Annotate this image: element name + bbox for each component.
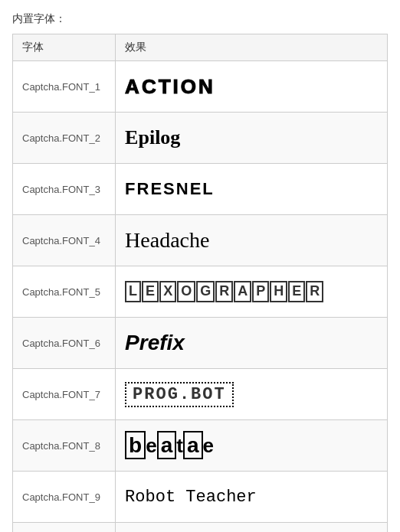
table-row: Captcha.FONT_10SCANDAL <box>13 523 388 533</box>
font-preview-cell: SCANDAL <box>116 523 388 533</box>
font-name-cell: Captcha.FONT_4 <box>13 215 116 266</box>
table-row: Captcha.FONT_5LEXOGRAPHER <box>13 266 388 318</box>
font-name-cell: Captcha.FONT_1 <box>13 61 116 113</box>
font-preview: Epilog <box>125 119 378 157</box>
font-preview: Headache <box>125 221 378 259</box>
font-preview: beatae <box>125 426 378 465</box>
font-preview-cell: Prefix <box>116 318 388 369</box>
font-name-cell: Captcha.FONT_5 <box>13 266 116 318</box>
font-preview-cell: Epilog <box>116 113 388 164</box>
col-header-font: 字体 <box>13 34 116 61</box>
font-preview: Prefix <box>125 324 378 362</box>
font-preview: ACTION <box>125 67 378 106</box>
font-preview: PROG.BOT <box>125 375 378 413</box>
font-name-cell: Captcha.FONT_3 <box>13 164 116 215</box>
table-row: Captcha.FONT_9Robot Teacher <box>13 472 388 523</box>
table-row: Captcha.FONT_6Prefix <box>13 318 388 369</box>
page-title: 内置字体： <box>12 12 388 26</box>
font-preview-cell: beatae <box>116 420 388 472</box>
font-preview-cell: Headache <box>116 215 388 266</box>
table-row: Captcha.FONT_7PROG.BOT <box>13 369 388 420</box>
font-preview-cell: PROG.BOT <box>116 369 388 420</box>
table-row: Captcha.FONT_3FRESNEL <box>13 164 388 215</box>
font-name-cell: Captcha.FONT_8 <box>13 420 116 472</box>
font-preview: LEXOGRAPHER <box>125 273 378 311</box>
font-preview: SCANDAL <box>125 529 378 532</box>
font-name-cell: Captcha.FONT_10 <box>13 523 116 533</box>
font-preview-cell: FRESNEL <box>116 164 388 215</box>
table-row: Captcha.FONT_1ACTION <box>13 61 388 113</box>
font-preview-cell: ACTION <box>116 61 388 113</box>
font-name-cell: Captcha.FONT_7 <box>13 369 116 420</box>
font-table: 字体 效果 Captcha.FONT_1ACTIONCaptcha.FONT_2… <box>12 34 388 532</box>
font-preview: FRESNEL <box>125 170 378 208</box>
col-header-effect: 效果 <box>116 34 388 61</box>
font-preview-cell: LEXOGRAPHER <box>116 266 388 318</box>
table-row: Captcha.FONT_8beatae <box>13 420 388 472</box>
font-preview-cell: Robot Teacher <box>116 472 388 523</box>
table-row: Captcha.FONT_4Headache <box>13 215 388 266</box>
font-name-cell: Captcha.FONT_6 <box>13 318 116 369</box>
table-row: Captcha.FONT_2Epilog <box>13 113 388 164</box>
font-name-cell: Captcha.FONT_9 <box>13 472 116 523</box>
font-name-cell: Captcha.FONT_2 <box>13 113 116 164</box>
font-preview: Robot Teacher <box>125 478 378 516</box>
